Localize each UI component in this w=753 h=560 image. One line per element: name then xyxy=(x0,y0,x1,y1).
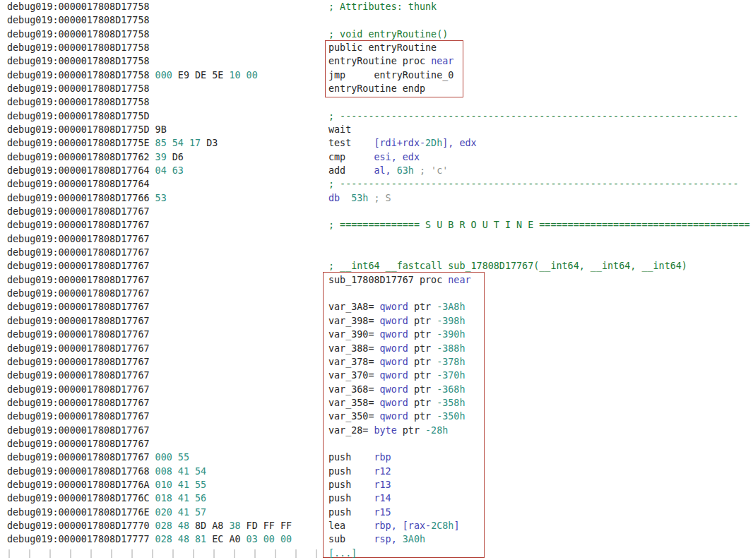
code-segment: r12 xyxy=(374,466,391,477)
listing-row[interactable]: debug019:0000017808D17767var_378= qword … xyxy=(0,355,753,369)
address-cell: debug019:0000017808D17767 xyxy=(7,205,150,218)
listing-row[interactable]: debug019:0000017808D17758 xyxy=(0,95,753,109)
cutoff-line-tick xyxy=(213,549,215,558)
code-segment: var_358= xyxy=(328,398,380,408)
listing-row[interactable]: debug019:0000017808D17777 028 48 81 EC A… xyxy=(0,532,753,546)
listing-row[interactable]: debug019:0000017808D17764; -------------… xyxy=(0,177,753,191)
code-cell: push r14 xyxy=(328,492,391,505)
listing-row[interactable]: debug019:0000017808D1775D 9Bwait xyxy=(0,123,753,136)
listing-row[interactable]: debug019:0000017808D1776C 018 41 56push … xyxy=(0,492,753,505)
byte-token: A8 xyxy=(212,520,229,531)
code-segment: entryRoutine endp xyxy=(328,83,425,94)
listing-row[interactable]: debug019:0000017808D1775E 85 54 17 D3tes… xyxy=(0,136,753,150)
code-segment: rbp xyxy=(374,452,391,463)
byte-token: 55 xyxy=(178,452,189,463)
byte-token: 39 xyxy=(155,152,172,162)
listing-row[interactable]: debug019:0000017808D17758; void entryRou… xyxy=(0,28,753,41)
code-cell: push r13 xyxy=(328,478,391,492)
code-cell: push rbp xyxy=(328,451,391,464)
code-cell: [...] xyxy=(328,547,357,560)
code-cell: var_370= qword ptr -370h xyxy=(328,369,466,382)
code-segment: add xyxy=(328,165,374,176)
code-segment: qword xyxy=(380,384,408,395)
byte-token: 9B xyxy=(155,124,167,135)
listing-row[interactable]: debug019:0000017808D17767var_370= qword … xyxy=(0,369,753,382)
code-segment: qword xyxy=(380,357,408,367)
code-segment: ; __int64 __fastcall sub_17808D17767(__i… xyxy=(328,261,687,271)
code-cell: var_378= qword ptr -378h xyxy=(328,355,466,369)
listing-row[interactable]: debug019:0000017808D17767var_350= qword … xyxy=(0,410,753,423)
listing-row[interactable]: debug019:0000017808D17767sub_17808D17767… xyxy=(0,273,753,287)
address-cell: debug019:0000017808D1775D 9B xyxy=(7,123,167,136)
cutoff-line-tick xyxy=(254,549,256,558)
listing-row[interactable]: debug019:0000017808D17767var_390= qword … xyxy=(0,328,753,341)
listing-row[interactable]: debug019:0000017808D17767var_398= qword … xyxy=(0,314,753,328)
address-cell: debug019:0000017808D17767 xyxy=(7,273,150,287)
address-cell: debug019:0000017808D17767 000 55 xyxy=(7,451,189,464)
listing-row[interactable]: debug019:0000017808D17758; Attributes: t… xyxy=(0,0,753,13)
code-segment: ptr xyxy=(408,329,437,340)
listing-row[interactable]: debug019:0000017808D17767var_28= byte pt… xyxy=(0,424,753,437)
listing-row[interactable]: debug019:0000017808D17770 028 48 8D A8 3… xyxy=(0,519,753,532)
cutoff-line-tick xyxy=(111,549,112,558)
code-cell: wait xyxy=(328,123,351,136)
listing-row[interactable]: debug019:0000017808D17767 xyxy=(0,437,753,451)
byte-token: FF xyxy=(280,520,292,531)
code-segment: ptr xyxy=(408,370,437,381)
listing-row[interactable]: debug019:0000017808D17767var_358= qword … xyxy=(0,396,753,410)
listing-row[interactable]: debug019:0000017808D17766 53db 53h ; S xyxy=(0,191,753,205)
listing-row[interactable]: debug019:0000017808D17767var_388= qword … xyxy=(0,342,753,355)
address-cell: debug019:0000017808D17767 xyxy=(7,218,150,232)
code-cell: db 53h ; S xyxy=(328,191,391,205)
code-segment: ] xyxy=(453,520,459,531)
code-segment: ptr xyxy=(408,316,437,326)
byte-token: 41 xyxy=(178,466,195,477)
listing-row[interactable]: debug019:0000017808D17767; __int64 __fas… xyxy=(0,259,753,273)
byte-token: 028 xyxy=(155,534,178,544)
code-segment: ; --------------------------------------… xyxy=(328,111,738,121)
listing-row[interactable]: debug019:0000017808D17758public entryRou… xyxy=(0,41,753,54)
byte-token: D6 xyxy=(172,152,184,162)
code-segment: near xyxy=(448,275,470,285)
code-segment: entryRoutine proc xyxy=(328,56,431,66)
code-cell: var_398= qword ptr -398h xyxy=(328,314,466,328)
listing-row[interactable]: debug019:0000017808D1775D; -------------… xyxy=(0,109,753,123)
byte-token: FF xyxy=(263,520,280,531)
listing-row[interactable]: debug019:0000017808D17767 xyxy=(0,205,753,218)
address-cell: debug019:0000017808D17777 028 48 81 EC A… xyxy=(7,532,292,546)
listing-row[interactable]: debug019:0000017808D17764 04 63add al, 6… xyxy=(0,164,753,177)
listing-row[interactable]: debug019:0000017808D1776A 010 41 55push … xyxy=(0,478,753,492)
listing-row[interactable]: [...] xyxy=(0,547,753,560)
byte-token: 008 xyxy=(155,466,178,477)
listing-row[interactable]: debug019:0000017808D17758 000 E9 DE 5E 1… xyxy=(0,68,753,82)
code-segment xyxy=(414,165,420,176)
listing-row[interactable]: debug019:0000017808D17767 xyxy=(0,232,753,246)
listing-row[interactable]: debug019:0000017808D17767 000 55push rbp xyxy=(0,451,753,464)
address-cell: debug019:0000017808D17767 xyxy=(7,259,150,273)
address-cell: debug019:0000017808D17758 xyxy=(7,13,150,27)
listing-row[interactable]: debug019:0000017808D17767 xyxy=(0,246,753,259)
listing-row[interactable]: debug019:0000017808D17767; =============… xyxy=(0,218,753,232)
listing-row[interactable]: debug019:0000017808D17768 008 41 54push … xyxy=(0,465,753,478)
code-segment: r15 xyxy=(374,507,391,518)
code-segment: r14 xyxy=(374,493,391,504)
listing-row[interactable]: debug019:0000017808D17758entryRoutine pr… xyxy=(0,54,753,68)
listing-row[interactable]: debug019:0000017808D17767var_3A8= qword … xyxy=(0,300,753,314)
byte-token: 48 xyxy=(178,534,195,544)
listing-row[interactable]: debug019:0000017808D1776E 020 41 57push … xyxy=(0,506,753,519)
address-cell: debug019:0000017808D17767 xyxy=(7,355,150,369)
code-segment: ptr xyxy=(397,425,425,436)
address-cell: debug019:0000017808D17767 xyxy=(7,424,150,437)
listing-row[interactable]: debug019:0000017808D17758 xyxy=(0,13,753,27)
byte-token: D3 xyxy=(206,138,218,148)
code-segment: ; S xyxy=(374,193,391,203)
code-segment: al, xyxy=(374,165,397,176)
code-segment: qword xyxy=(380,370,408,381)
code-segment: ptr xyxy=(408,398,437,408)
cutoff-line-tick xyxy=(193,549,194,558)
byte-token: 38 xyxy=(229,520,246,531)
listing-row[interactable]: debug019:0000017808D17767 xyxy=(0,287,753,300)
listing-row[interactable]: debug019:0000017808D17758entryRoutine en… xyxy=(0,82,753,95)
listing-row[interactable]: debug019:0000017808D17767var_368= qword … xyxy=(0,383,753,396)
listing-row[interactable]: debug019:0000017808D17762 39 D6cmp esi, … xyxy=(0,150,753,164)
